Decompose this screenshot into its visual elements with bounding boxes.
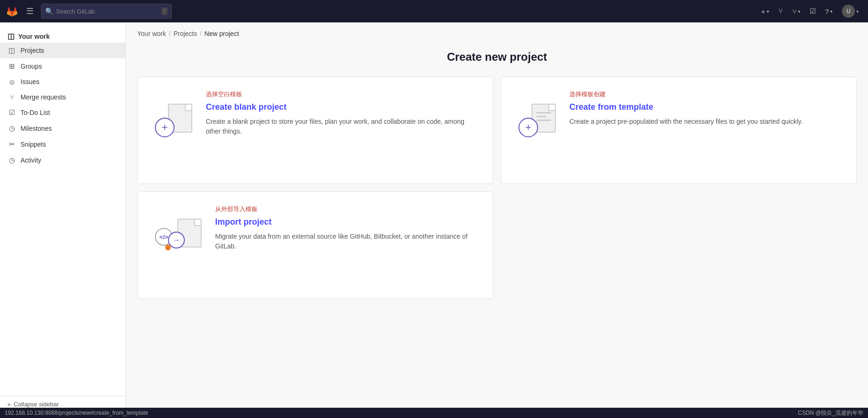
template-project-description: Create a project pre-populated with the … [569, 117, 841, 127]
blank-project-content: 选择空白模板 Create blank project Create a bla… [206, 90, 478, 136]
breadcrumb-sep-2: / [200, 30, 202, 37]
help-icon: ? [825, 7, 829, 15]
git-branch-icon: ⑂ [792, 7, 797, 15]
import-project-subtitle: 从外部导入模板 [215, 205, 478, 213]
template-project-subtitle: 选择模板创建 [569, 90, 841, 99]
merge-requests-icon: ⑂ [7, 93, 16, 101]
create-from-template-card[interactable]: + 选择模板创建 Create from template Create a p… [501, 77, 857, 184]
sidebar-item-todo-list[interactable]: ☑ To-Do List [0, 105, 126, 120]
blank-project-card[interactable]: + 选择空白模板 Create blank project Create a b… [137, 77, 493, 184]
page-title: Create new project [126, 50, 868, 64]
milestones-icon: ◷ [7, 124, 16, 133]
merge-request-icon: ⑂ [778, 7, 783, 15]
create-chevron-icon: ▾ [767, 9, 769, 14]
todo-icon: ☑ [810, 7, 816, 15]
sidebar-item-snippets[interactable]: ✂ Snippets [0, 136, 126, 152]
import-project-card[interactable]: </> → 从外部导入模板 Import project Migrate you… [137, 191, 493, 299]
blank-plus-circle-icon: + [155, 118, 175, 137]
work-icon: ◫ [7, 32, 14, 41]
search-bar[interactable]: 🔍 / [41, 4, 172, 19]
status-watermark: CSDN @指尖_流逝的年华 [798, 409, 863, 417]
breadcrumb-projects[interactable]: Projects [174, 30, 197, 37]
breadcrumb-sep-1: / [169, 30, 171, 37]
breadcrumb-your-work[interactable]: Your work [137, 30, 166, 37]
search-icon: 🔍 [45, 7, 53, 15]
help-button[interactable]: ? ▾ [821, 6, 836, 17]
hamburger-icon: ☰ [26, 6, 34, 16]
create-new-button[interactable]: + ▾ [757, 6, 773, 17]
sidebar-item-groups[interactable]: ⊞ Groups [0, 58, 126, 74]
status-bar: 192.168.10.130:8088/projects/new#create_… [0, 408, 868, 418]
code-review-button[interactable]: ⑂ [775, 5, 787, 17]
import-project-icon: </> → [155, 215, 202, 252]
template-project-icon: + [518, 100, 556, 137]
topnav-actions: + ▾ ⑂ ⑂ ▾ ☑ ? ▾ U ▾ [757, 3, 862, 20]
top-cards-grid: + 选择空白模板 Create blank project Create a b… [126, 77, 868, 184]
todo-button[interactable]: ☑ [806, 5, 819, 17]
breadcrumb-current: New project [204, 30, 239, 37]
template-project-content: 选择模板创建 Create from template Create a pro… [569, 90, 841, 127]
blank-project-subtitle: 选择空白模板 [206, 90, 478, 99]
import-project-content: 从外部导入模板 Import project Migrate your data… [215, 205, 478, 251]
hamburger-menu-button[interactable]: ☰ [22, 4, 37, 18]
user-chevron-icon: ▾ [856, 9, 859, 14]
sidebar-item-activity[interactable]: ◷ Activity [0, 152, 126, 168]
sidebar-item-issues[interactable]: ◎ Issues [0, 74, 126, 89]
search-input[interactable] [56, 8, 159, 15]
import-project-description: Migrate your data from an external sourc… [215, 232, 478, 251]
groups-icon: ⊞ [7, 62, 16, 71]
avatar: U [842, 5, 855, 18]
blank-project-description: Create a blank project to store your fil… [206, 117, 478, 136]
main-content: Your work / Projects / New project Creat… [126, 22, 868, 418]
top-navigation: ☰ 🔍 / + ▾ ⑂ ⑂ ▾ ☑ ? ▾ U ▾ [0, 0, 868, 22]
blank-project-icon-area: + [153, 98, 195, 140]
plus-icon: + [761, 7, 765, 15]
template-plus-circle-icon: + [518, 118, 538, 137]
issues-icon: ◎ [7, 78, 16, 85]
sidebar-item-merge-requests[interactable]: ⑂ Merge requests [0, 89, 126, 105]
todo-list-icon: ☑ [7, 108, 16, 117]
gitlab-logo-icon [6, 5, 19, 18]
import-card-wrapper: </> → 从外部导入模板 Import project Migrate you… [126, 191, 868, 306]
status-url: 192.168.10.130:8088/projects/new#create_… [5, 410, 148, 416]
sidebar: ◫ Your work ◫ Projects ⊞ Groups ◎ Issues… [0, 22, 126, 418]
user-avatar-button[interactable]: U ▾ [838, 3, 862, 20]
collapse-icon: « [7, 401, 11, 408]
breadcrumb: Your work / Projects / New project [126, 22, 868, 41]
template-project-title[interactable]: Create from template [569, 102, 841, 112]
blank-project-title[interactable]: Create blank project [206, 102, 478, 112]
your-work-section-header: ◫ Your work [0, 28, 126, 43]
merge-requests-button[interactable]: ⑂ ▾ [789, 6, 804, 17]
import-arrow-badge-icon: → [168, 232, 185, 248]
snippets-icon: ✂ [7, 140, 16, 149]
activity-icon: ◷ [7, 156, 16, 164]
import-project-title[interactable]: Import project [215, 217, 478, 227]
mr-chevron-icon: ▾ [798, 9, 800, 14]
sidebar-item-milestones[interactable]: ◷ Milestones [0, 120, 126, 136]
import-icon-area: </> → [153, 213, 204, 255]
projects-icon: ◫ [7, 46, 16, 55]
help-chevron-icon: ▾ [830, 9, 833, 14]
slash-hint: / [161, 7, 168, 15]
blank-project-icon: + [155, 100, 192, 137]
template-icon-area: + [516, 98, 558, 140]
sidebar-item-projects[interactable]: ◫ Projects [0, 43, 126, 58]
